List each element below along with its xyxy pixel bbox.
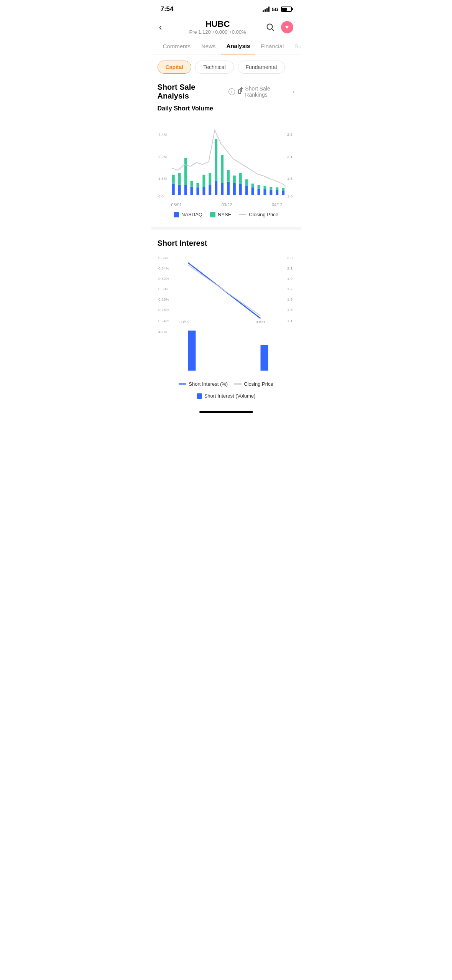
svg-text:2.9M: 2.9M [158, 155, 166, 159]
ticker-subtitle: Pre 1.120 +0.000 +0.00% [189, 29, 246, 35]
short-interest-title: Short Interest [158, 239, 295, 248]
svg-rect-35 [239, 184, 242, 195]
info-button[interactable]: i [228, 88, 235, 95]
tab-more-text[interactable]: Su [289, 38, 301, 54]
svg-rect-17 [184, 185, 187, 195]
svg-text:0.32%: 0.32% [158, 276, 169, 281]
svg-text:0.30%: 0.30% [158, 287, 169, 291]
svg-rect-28 [215, 139, 217, 181]
daily-volume-section: Daily Short Volume 0.0 1.5M 2.9M 4.4M 1.… [151, 102, 301, 224]
section-divider [151, 227, 301, 230]
short-interest-section: Short Interest 0.24% 0.26% 0.28% 0.30% 0… [151, 233, 301, 405]
tab-financial[interactable]: Financial [255, 38, 289, 54]
svg-text:0.28%: 0.28% [158, 297, 169, 301]
capital-button[interactable]: Capital [158, 61, 192, 74]
header-actions: ♥ [264, 21, 293, 33]
svg-text:1.5M: 1.5M [158, 176, 166, 181]
svg-rect-48 [276, 187, 278, 190]
volume-chart-svg: 0.0 1.5M 2.9M 4.4M 1.0 1.5 2.1 2.6 [158, 117, 295, 201]
svg-rect-42 [257, 185, 260, 189]
svg-rect-30 [221, 155, 224, 183]
si-closing-line [188, 265, 260, 316]
svg-rect-22 [196, 183, 199, 187]
svg-rect-5 [238, 90, 241, 94]
svg-rect-25 [209, 185, 211, 195]
back-button[interactable]: ‹ [159, 22, 171, 33]
svg-text:0.36%: 0.36% [158, 256, 169, 260]
tab-comments[interactable]: Comments [158, 38, 196, 54]
technical-button[interactable]: Technical [195, 61, 233, 74]
ticker-info: HUBC Pre 1.120 +0.000 +0.00% [189, 19, 246, 35]
svg-text:420K: 420K [158, 330, 167, 334]
legend-closing-price: Closing Price [239, 212, 278, 217]
svg-text:0.26%: 0.26% [158, 307, 169, 312]
search-icon [266, 23, 274, 31]
svg-text:2.1: 2.1 [287, 155, 293, 159]
si-bar-section: 420K [158, 326, 295, 375]
legend-si-percent: Short Interest (%) [179, 381, 228, 387]
daily-volume-label: Daily Short Volume [158, 105, 295, 112]
home-indicator [151, 405, 301, 416]
svg-rect-19 [190, 187, 193, 195]
svg-text:1.9: 1.9 [287, 276, 293, 281]
bar-nasdaq [172, 184, 174, 195]
svg-text:0.34%: 0.34% [158, 266, 169, 270]
svg-rect-16 [178, 173, 181, 185]
favorite-button[interactable]: ♥ [281, 21, 293, 33]
si-volume-bar-2 [260, 345, 268, 371]
status-time: 7:54 [161, 5, 174, 13]
svg-text:0.24%: 0.24% [158, 319, 169, 323]
fundamental-button[interactable]: Fundamental [238, 61, 285, 74]
svg-line-1 [271, 28, 274, 31]
svg-text:1.1: 1.1 [287, 319, 293, 323]
svg-rect-21 [196, 187, 199, 195]
short-sale-title: Short Sale Analysis i [158, 83, 245, 100]
svg-rect-39 [251, 187, 254, 195]
svg-rect-23 [202, 187, 205, 195]
svg-rect-40 [251, 184, 254, 187]
si-legend: Short Interest (%) Closing Price Short I… [158, 375, 295, 402]
svg-text:1.3: 1.3 [287, 307, 293, 312]
header: ‹ HUBC Pre 1.120 +0.000 +0.00% ♥ [151, 16, 301, 38]
status-bar: 7:54 5G [151, 0, 301, 16]
svg-text:1.5: 1.5 [287, 297, 293, 301]
home-bar [199, 411, 253, 413]
si-percent-color [179, 383, 186, 385]
short-sale-header: Short Sale Analysis i Short Sale Ranking… [151, 77, 301, 102]
svg-rect-49 [282, 191, 284, 195]
nyse-color [210, 212, 215, 217]
signal-icon [263, 7, 270, 12]
nav-tabs: Comments News Analysis Financial Su [151, 38, 301, 54]
svg-rect-34 [233, 176, 235, 183]
svg-rect-47 [276, 190, 278, 195]
search-button[interactable] [264, 21, 276, 33]
svg-rect-50 [282, 188, 284, 191]
daily-volume-chart: 0.0 1.5M 2.9M 4.4M 1.0 1.5 2.1 2.6 [158, 117, 295, 201]
si-line-chart-container: 0.24% 0.26% 0.28% 0.30% 0.32% 0.34% 0.36… [158, 248, 295, 326]
svg-text:0.0: 0.0 [158, 194, 163, 198]
svg-text:4.4M: 4.4M [158, 132, 166, 136]
svg-rect-43 [263, 189, 266, 195]
short-sale-rankings-link[interactable]: Short Sale Rankings › [245, 86, 294, 98]
si-volume-color [197, 393, 202, 399]
tab-analysis[interactable]: Analysis [221, 38, 256, 54]
svg-rect-18 [184, 158, 187, 185]
svg-rect-45 [270, 190, 272, 195]
tab-news[interactable]: News [196, 38, 221, 54]
svg-rect-46 [270, 187, 272, 190]
svg-rect-26 [209, 173, 211, 185]
svg-text:1.0: 1.0 [287, 194, 293, 198]
svg-text:2.1: 2.1 [287, 266, 293, 270]
share-button[interactable] [238, 87, 245, 96]
si-bar-svg: 420K [158, 327, 295, 373]
svg-rect-20 [190, 181, 193, 187]
svg-rect-44 [263, 186, 266, 189]
svg-rect-27 [215, 181, 217, 195]
svg-rect-37 [245, 186, 248, 195]
closing-price-color [239, 214, 247, 215]
svg-rect-38 [245, 179, 248, 186]
volume-legend: NASDAQ NYSE Closing Price [158, 207, 295, 220]
heart-icon: ♥ [285, 24, 289, 31]
network-label: 5G [272, 7, 278, 12]
svg-rect-36 [239, 173, 242, 184]
